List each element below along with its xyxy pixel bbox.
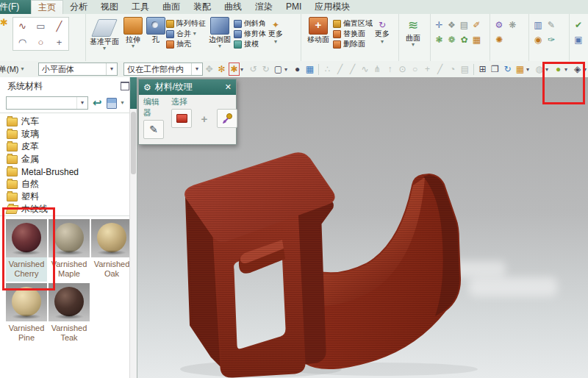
unite-button[interactable]: 合并: [166, 29, 206, 39]
shade-icon[interactable]: ◍: [533, 62, 545, 76]
back-arrow-icon[interactable]: ↩: [93, 98, 102, 108]
edge-blend-button[interactable]: 边倒圆: [206, 15, 234, 49]
material-search-combo[interactable]: ▾: [6, 96, 88, 110]
tree-item-nature[interactable]: 自然: [0, 178, 137, 190]
arc-icon[interactable]: ◠: [13, 34, 32, 50]
box-view-icon[interactable]: ▦: [304, 62, 316, 76]
std-tool-icon[interactable]: ❁: [445, 32, 458, 47]
chevron-down-icon[interactable]: [584, 66, 588, 73]
tree-item-car[interactable]: 汽车: [0, 115, 137, 128]
move-face-button[interactable]: 移动面: [304, 15, 333, 43]
palette-title-bar[interactable]: ⚙ 材料/纹理 ✕: [139, 79, 236, 95]
branch-icon[interactable]: ⋔: [371, 62, 384, 76]
chevron-down-icon[interactable]: [526, 66, 533, 73]
spring-tool-icon[interactable]: ✑: [545, 32, 558, 47]
replace-face-button[interactable]: 替换面: [333, 29, 373, 39]
material-varnished-oak[interactable]: VarnishedOak: [91, 219, 132, 282]
tree-item-leather[interactable]: 皮革: [0, 140, 137, 153]
sphere-view-icon[interactable]: ●: [291, 62, 304, 76]
machining-tool-icon[interactable]: ✔: [572, 18, 585, 32]
point-icon[interactable]: +: [50, 34, 68, 50]
spring-tool-icon[interactable]: ◉: [531, 32, 545, 47]
std-tool-icon[interactable]: ▤: [458, 18, 470, 32]
tree-item-plastic[interactable]: 塑料: [0, 190, 137, 203]
undock-icon[interactable]: [121, 82, 129, 90]
std-tool-icon[interactable]: ✐: [470, 18, 483, 32]
effects-icon[interactable]: ◈: [571, 62, 584, 76]
line-tool2-icon[interactable]: ╱: [346, 62, 359, 76]
offset-region-button[interactable]: 偏置区域: [333, 18, 373, 29]
shell-button[interactable]: 抽壳: [166, 39, 206, 49]
panel-scrollbar[interactable]: [129, 77, 137, 378]
machining-tool-icon[interactable]: ✇: [585, 32, 588, 47]
material-varnished-maple[interactable]: VarnishedMaple: [49, 219, 90, 282]
select-body-button[interactable]: [171, 109, 192, 128]
tab-analysis[interactable]: 分析: [63, 0, 94, 14]
tab-render[interactable]: 渲染: [248, 0, 279, 14]
scope-combo[interactable]: 仅在工作部件内▾: [123, 63, 203, 76]
chevron-down-icon[interactable]: [545, 66, 552, 73]
circle-center-icon[interactable]: ⊙: [396, 62, 409, 76]
line-icon[interactable]: ╱: [50, 18, 68, 34]
std-tool-icon[interactable]: ❃: [433, 32, 445, 47]
tab-surface[interactable]: 曲面: [156, 0, 187, 14]
tab-assembly[interactable]: 装配: [187, 0, 218, 14]
datum-plane-button[interactable]: 基准平面: [88, 15, 121, 51]
material-varnished-pine[interactable]: VarnishedPine: [6, 283, 47, 346]
std-tool-icon[interactable]: ✿: [458, 32, 470, 47]
refresh-icon[interactable]: ↻: [501, 62, 514, 76]
feature-more-button[interactable]: ✦更多: [266, 15, 285, 45]
close-icon[interactable]: ✕: [225, 82, 232, 92]
plus-tool-icon[interactable]: +: [421, 62, 434, 76]
material-varnished-cherry[interactable]: VarnishedCherry: [6, 219, 47, 282]
window-zoom-icon[interactable]: ⊞: [476, 62, 489, 76]
gear-tool-icon[interactable]: ✺: [492, 32, 506, 47]
line-tool-icon[interactable]: ╱: [334, 62, 346, 76]
tree-item-metal-brushed[interactable]: Metal-Brushed: [0, 165, 137, 178]
datum-icon[interactable]: ∴: [321, 62, 334, 76]
chevron-down-icon[interactable]: [240, 66, 247, 73]
trim-body-button[interactable]: 修剪体: [234, 29, 266, 39]
circle-icon[interactable]: ○: [32, 34, 50, 50]
rect-select-icon[interactable]: ▢: [272, 62, 284, 76]
hole-button[interactable]: 孔: [146, 15, 166, 43]
draft-button[interactable]: 拔模: [234, 39, 266, 49]
scrollbar-thumb[interactable]: [131, 112, 136, 174]
sync-more-button[interactable]: ↻更多: [373, 15, 392, 45]
material-editor-button[interactable]: ✎: [143, 120, 164, 139]
spring-tool-icon[interactable]: ▥: [531, 18, 545, 32]
pan-icon[interactable]: ✥: [203, 62, 215, 76]
arrow-up-icon[interactable]: ↑: [384, 62, 396, 76]
std-tool-icon[interactable]: ✛: [433, 18, 445, 32]
sketch-cut-icon[interactable]: ✱: [0, 14, 10, 61]
extrude-button[interactable]: 拉伸: [121, 15, 146, 49]
material-varnished-teak[interactable]: VarnishedTeak: [49, 283, 90, 346]
gear-tool-icon[interactable]: ⚙: [492, 18, 506, 32]
snap-point-icon[interactable]: ✻: [215, 62, 228, 76]
circle-tool-icon[interactable]: ○: [409, 62, 421, 76]
chevron-down-icon[interactable]: [284, 66, 291, 73]
line-tool3-icon[interactable]: ╱: [434, 62, 446, 76]
surface-button[interactable]: ≋曲面: [401, 15, 425, 48]
spline-tool-icon[interactable]: ∿: [359, 62, 371, 76]
chamfer-button[interactable]: 倒斜角: [234, 18, 266, 29]
material-sphere-icon[interactable]: ●: [552, 62, 564, 76]
std-tool-icon[interactable]: ❖: [445, 18, 458, 32]
spring-tool-icon[interactable]: ✎: [545, 18, 558, 32]
tab-application[interactable]: 应用模块: [308, 0, 356, 14]
tree-item-wood-grain[interactable]: 木纹线: [0, 203, 137, 215]
chevron-down-icon[interactable]: [564, 66, 571, 73]
grid-icon[interactable]: ▦: [514, 62, 526, 76]
tab-view[interactable]: 视图: [94, 0, 125, 14]
std-tool-icon[interactable]: ▦: [470, 32, 483, 47]
chair-model[interactable]: [140, 132, 588, 378]
window-icon[interactable]: ❐: [489, 62, 501, 76]
arc-tool-icon[interactable]: ◔: [446, 62, 459, 76]
view-mode-icon[interactable]: [107, 98, 117, 109]
tab-pmi[interactable]: PMI: [279, 0, 308, 14]
tree-item-glass[interactable]: 玻璃: [0, 128, 137, 140]
sheet-icon[interactable]: ▤: [459, 62, 471, 76]
add-button[interactable]: +: [194, 109, 215, 128]
tab-curve[interactable]: 曲线: [218, 0, 248, 14]
menu-button[interactable]: 菜单(M): [0, 64, 32, 75]
